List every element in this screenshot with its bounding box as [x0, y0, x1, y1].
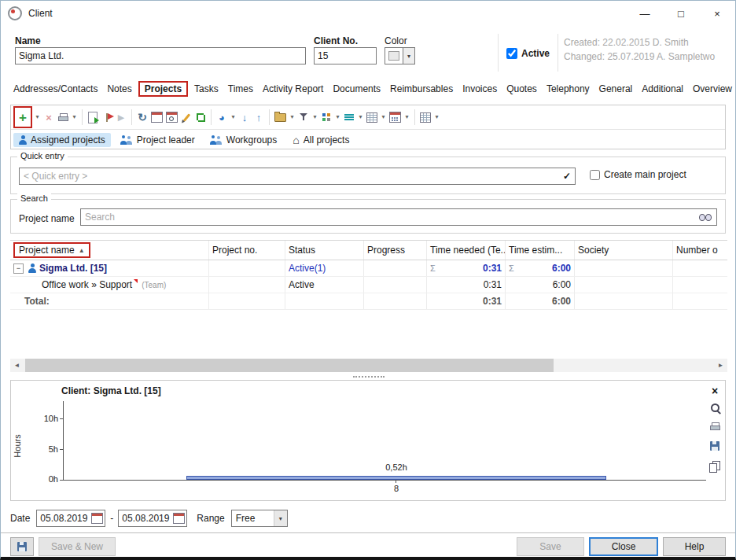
table-edit-button[interactable]	[418, 108, 432, 127]
tab-invoices[interactable]: Invoices	[458, 82, 502, 96]
scroll-left-arrow[interactable]: ◄	[10, 359, 24, 372]
grid-view-button[interactable]	[365, 108, 379, 127]
tab-addresses-contacts[interactable]: Addresses/Contacts	[9, 82, 102, 96]
folder-button[interactable]	[273, 108, 288, 127]
column-project-name[interactable]: Project name ▲	[10, 241, 209, 260]
horizontal-scrollbar[interactable]: ◄ ►	[10, 359, 727, 372]
tab-telephony[interactable]: Telephony	[542, 82, 594, 96]
tab-overview[interactable]: Overview	[688, 82, 736, 96]
sort-ascending-button[interactable]: ↑	[252, 108, 266, 127]
chart-copy-button[interactable]	[709, 461, 720, 473]
column-time-estimated[interactable]: Time estim...	[506, 241, 575, 260]
list-view-button[interactable]	[342, 108, 356, 127]
search-input[interactable]	[80, 208, 717, 226]
minimize-button[interactable]: —	[627, 1, 663, 26]
chart-toolbar: ×	[709, 387, 720, 473]
table-edit-dropdown-button[interactable]: ▾	[432, 108, 441, 127]
add-dropdown-button[interactable]: ▾	[33, 108, 42, 127]
save-button[interactable]: Save	[517, 537, 584, 556]
calendar-picker-icon[interactable]	[91, 513, 103, 524]
subtab-assigned-projects[interactable]: Assigned projects	[13, 133, 111, 147]
subtab-workgroups[interactable]: Workgroups	[205, 133, 282, 147]
calendar-picker-icon[interactable]	[173, 513, 185, 524]
filter-dropdown-button[interactable]: ▾	[311, 108, 319, 127]
calendar-week-button[interactable]	[149, 108, 164, 127]
tree-collapse-toggle[interactable]: −	[13, 263, 24, 274]
report-button[interactable]	[86, 108, 100, 127]
columns-button[interactable]	[319, 108, 333, 127]
scrollbar-thumb[interactable]	[25, 359, 554, 372]
subtab-all-projects[interactable]: ⌂ All projects	[287, 133, 355, 147]
structure-button[interactable]	[193, 108, 208, 127]
tab-documents[interactable]: Documents	[328, 82, 385, 96]
maximize-button[interactable]: □	[663, 1, 699, 26]
column-number-of[interactable]: Number o	[673, 241, 727, 260]
print-dropdown-button[interactable]: ▾	[70, 108, 79, 127]
chart-zoom-button[interactable]	[711, 403, 719, 414]
quick-entry-input[interactable]	[19, 168, 576, 185]
save-icon-button[interactable]	[10, 537, 34, 556]
chart-print-button[interactable]	[710, 422, 720, 433]
grid-view-dropdown-button[interactable]: ▾	[379, 108, 388, 127]
close-button[interactable]: ×	[699, 1, 735, 26]
print-button[interactable]	[56, 108, 70, 127]
tab-notes[interactable]: Notes	[102, 82, 136, 96]
chart-close-button[interactable]: ×	[712, 387, 718, 396]
filter-button[interactable]	[296, 108, 311, 127]
binoculars-icon[interactable]	[699, 214, 712, 221]
tab-reimbursables[interactable]: Reimbursables	[385, 82, 458, 96]
delete-button[interactable]: ×	[42, 108, 56, 127]
color-swatch[interactable]	[385, 47, 403, 64]
subtab-label: All projects	[304, 134, 350, 146]
color-picker[interactable]: ▾	[385, 47, 415, 64]
tab-times[interactable]: Times	[223, 82, 258, 96]
schedule-dropdown-button[interactable]: ▾	[403, 108, 411, 127]
add-project-button[interactable]: +	[16, 108, 30, 127]
confirm-check-icon[interactable]: ✓	[563, 171, 571, 182]
list-view-dropdown-button[interactable]: ▾	[356, 108, 365, 127]
chart-dropdown-button[interactable]: ▾	[229, 108, 237, 127]
calendar-search-button[interactable]	[164, 108, 179, 127]
subtab-project-leader[interactable]: Project leader	[116, 133, 201, 147]
table-row-project[interactable]: Office work » Support (Team) Active 0:31…	[10, 277, 727, 293]
column-progress[interactable]: Progress	[364, 241, 427, 260]
column-society[interactable]: Society	[575, 241, 673, 260]
edit-button[interactable]	[179, 108, 193, 127]
tab-general[interactable]: General	[594, 82, 638, 96]
scrollbar-track[interactable]	[24, 359, 714, 372]
tab-tasks[interactable]: Tasks	[190, 82, 223, 96]
schedule-view-button[interactable]	[388, 108, 403, 127]
sort-descending-button[interactable]: ↓	[237, 108, 252, 127]
cell-progress	[364, 277, 427, 293]
column-status[interactable]: Status	[285, 241, 364, 260]
tab-projects[interactable]: Projects	[144, 83, 182, 94]
column-project-no[interactable]: Project no.	[209, 241, 285, 260]
quick-entry-group: Quick entry ✓ Create main project	[10, 157, 726, 194]
create-main-project-checkbox[interactable]	[590, 170, 600, 180]
chart-save-button[interactable]	[710, 441, 719, 453]
help-button[interactable]: Help	[663, 537, 726, 556]
client-no-field[interactable]	[314, 47, 377, 64]
color-dropdown-button[interactable]: ▾	[403, 47, 415, 64]
name-field[interactable]	[15, 47, 306, 64]
start-flag-button[interactable]	[100, 108, 114, 127]
hours-bar[interactable]	[186, 476, 606, 480]
scroll-right-arrow[interactable]: ►	[714, 359, 727, 372]
tab-activity-report[interactable]: Activity Report	[258, 82, 328, 96]
range-select[interactable]: Free ▾	[231, 510, 288, 527]
splitter-grip[interactable]	[353, 376, 385, 378]
folder-dropdown-button[interactable]: ▾	[288, 108, 296, 127]
table-row-client[interactable]: − Sigma Ltd. [15] Active(1) Σ0:31 Σ6:00	[10, 260, 727, 277]
close-form-button[interactable]: Close	[589, 537, 658, 556]
tab-quotes[interactable]: Quotes	[502, 82, 542, 96]
save-and-new-button[interactable]: Save & New	[39, 537, 116, 556]
tab-additional[interactable]: Additional	[637, 82, 688, 96]
active-checkbox[interactable]	[506, 48, 517, 59]
refresh-button[interactable]: ↻	[135, 108, 149, 127]
play-button[interactable]: ▶	[114, 108, 128, 127]
chart-button[interactable]: ◕	[215, 108, 229, 127]
column-time-needed[interactable]: Time needed (Te...	[427, 241, 506, 260]
sigma-icon: Σ	[509, 263, 514, 273]
minimize-icon: —	[640, 8, 650, 20]
columns-dropdown-button[interactable]: ▾	[333, 108, 342, 127]
